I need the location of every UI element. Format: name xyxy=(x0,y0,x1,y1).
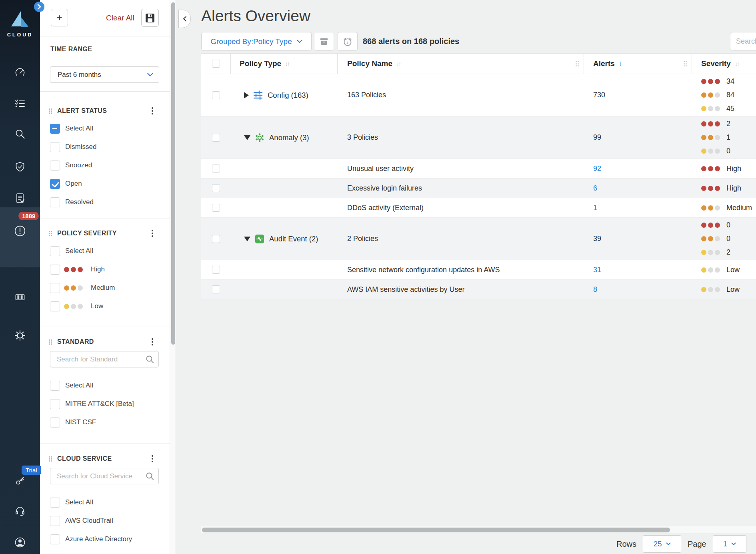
filter-checkbox[interactable] xyxy=(50,161,60,171)
dismiss-alerts-button[interactable] xyxy=(314,32,334,51)
filter-section-title: STANDARD xyxy=(57,338,94,345)
filter-checkbox[interactable] xyxy=(50,265,60,275)
filter-checkbox[interactable] xyxy=(50,124,60,134)
sidebar-item-compliance[interactable] xyxy=(0,161,40,173)
sort-descending-icon[interactable]: ↓ xyxy=(619,60,622,68)
filter-checkbox[interactable] xyxy=(50,418,60,428)
snooze-alerts-button[interactable]: z xyxy=(338,32,358,51)
filter-checkbox[interactable] xyxy=(50,498,60,508)
filter-option[interactable]: Snoozed xyxy=(49,156,159,175)
sidebar-item-investigate[interactable] xyxy=(0,128,40,140)
filter-panel-scrollbar[interactable] xyxy=(170,0,176,554)
filter-option-label: Azure Active Directory xyxy=(65,535,132,543)
row-checkbox[interactable] xyxy=(212,235,220,243)
row-checkbox[interactable] xyxy=(212,91,220,99)
sort-icon[interactable]: ↓↑ xyxy=(735,60,739,67)
sort-icon[interactable]: ↓↑ xyxy=(285,60,289,67)
row-checkbox[interactable] xyxy=(212,204,220,212)
horizontal-scrollbar[interactable] xyxy=(201,526,756,533)
filter-option[interactable]: Select All xyxy=(49,376,159,395)
filter-option-label: Resolved xyxy=(65,198,94,206)
sidebar-item-settings[interactable] xyxy=(0,329,40,341)
drag-handle-icon[interactable] xyxy=(49,339,52,345)
sidebar-item-profile[interactable] xyxy=(0,536,40,548)
clear-all-filters-button[interactable]: Clear All xyxy=(106,14,134,22)
sidebar-item-alerts[interactable] xyxy=(0,225,40,237)
filter-checkbox[interactable] xyxy=(50,246,60,256)
policy-name-cell: 2 Policies xyxy=(338,218,584,260)
filter-option[interactable]: AWS CloudTrail xyxy=(49,512,159,530)
time-range-select[interactable]: Past 6 months xyxy=(50,66,159,83)
sort-icon[interactable]: ↓↑ xyxy=(396,60,400,67)
filter-option[interactable]: Select All xyxy=(49,119,159,138)
rows-per-page-select[interactable]: 25 xyxy=(643,535,681,553)
policy-type-audit-icon xyxy=(254,234,265,244)
filter-option[interactable]: MITRE ATT&CK [Beta] xyxy=(49,395,159,413)
drag-handle-icon[interactable] xyxy=(49,108,52,114)
filter-option[interactable]: Azure Active Directory xyxy=(49,530,159,548)
sidebar-item-dashboard[interactable] xyxy=(0,66,40,78)
severity-count: 34 xyxy=(726,77,734,86)
row-checkbox[interactable] xyxy=(212,165,220,173)
sidebar-item-containers[interactable] xyxy=(0,291,40,303)
save-filter-button[interactable] xyxy=(141,9,159,27)
column-drag-handle[interactable] xyxy=(576,61,579,66)
scrollbar-thumb[interactable] xyxy=(202,528,670,532)
filter-checkbox[interactable] xyxy=(50,197,60,207)
alert-count-link[interactable]: 8 xyxy=(593,285,597,294)
sidebar-expander-button[interactable] xyxy=(34,2,44,12)
page-select[interactable]: 1 xyxy=(713,535,746,553)
filter-section-cloud-service: CLOUD SERVICESelect AllAWS CloudTrailAzu… xyxy=(40,450,176,548)
table-search-input[interactable] xyxy=(730,32,756,51)
section-menu-kebab-icon[interactable] xyxy=(152,107,153,114)
filter-checkbox[interactable] xyxy=(50,399,60,409)
section-menu-kebab-icon[interactable] xyxy=(152,230,153,237)
drag-handle-icon[interactable] xyxy=(49,456,52,462)
alert-count-link[interactable]: 1 xyxy=(593,204,597,212)
alert-count-link[interactable]: 31 xyxy=(593,266,601,274)
row-checkbox[interactable] xyxy=(212,134,220,142)
column-drag-handle[interactable] xyxy=(684,61,687,66)
filter-checkbox[interactable] xyxy=(50,142,60,152)
filter-option[interactable]: Dismissed xyxy=(49,138,159,156)
filter-checkbox[interactable] xyxy=(50,283,60,293)
sidebar-item-reports[interactable] xyxy=(0,192,40,204)
sidebar-item-support[interactable] xyxy=(0,505,40,517)
scrollbar-thumb[interactable] xyxy=(171,2,175,345)
row-checkbox[interactable] xyxy=(212,266,220,274)
severity-line: 1 xyxy=(701,131,730,145)
filter-option[interactable]: High xyxy=(49,260,159,279)
filter-option[interactable]: Medium xyxy=(49,279,159,297)
add-filter-button[interactable]: + xyxy=(51,9,68,26)
filter-search-input[interactable] xyxy=(50,468,159,484)
sidebar-item-policies[interactable] xyxy=(0,97,40,109)
filter-option[interactable]: NIST CSF xyxy=(49,413,159,432)
filter-checkbox[interactable] xyxy=(50,516,60,526)
collapse-group-icon[interactable] xyxy=(244,135,250,140)
filter-checkbox[interactable] xyxy=(50,179,60,189)
filter-checkbox[interactable] xyxy=(50,301,60,311)
filter-option[interactable]: Select All xyxy=(49,493,159,512)
section-menu-kebab-icon[interactable] xyxy=(152,338,153,345)
severity-dot xyxy=(71,267,76,272)
filter-search-input[interactable] xyxy=(50,351,159,367)
sidebar-item-access-keys[interactable] xyxy=(0,475,40,487)
drag-handle-icon[interactable] xyxy=(49,231,52,236)
filter-checkbox[interactable] xyxy=(50,534,60,544)
filter-option[interactable]: Open xyxy=(49,175,159,193)
row-checkbox[interactable] xyxy=(212,184,220,192)
section-menu-kebab-icon[interactable] xyxy=(152,455,153,462)
select-all-checkbox[interactable] xyxy=(212,60,220,68)
collapse-group-icon[interactable] xyxy=(244,237,250,241)
alert-count-link[interactable]: 6 xyxy=(593,184,597,193)
filter-option[interactable]: Resolved xyxy=(49,193,159,211)
filter-checkbox[interactable] xyxy=(50,381,60,391)
collapse-filters-button[interactable] xyxy=(178,10,191,28)
row-checkbox[interactable] xyxy=(212,285,220,293)
filter-option[interactable]: Low xyxy=(49,297,159,315)
alert-count-link[interactable]: 92 xyxy=(593,165,601,173)
grouped-by-dropdown[interactable]: Grouped By:Policy Type xyxy=(201,32,312,51)
severity-dot xyxy=(715,205,720,211)
filter-option[interactable]: Select All xyxy=(49,242,159,260)
expand-group-icon[interactable] xyxy=(244,92,249,98)
